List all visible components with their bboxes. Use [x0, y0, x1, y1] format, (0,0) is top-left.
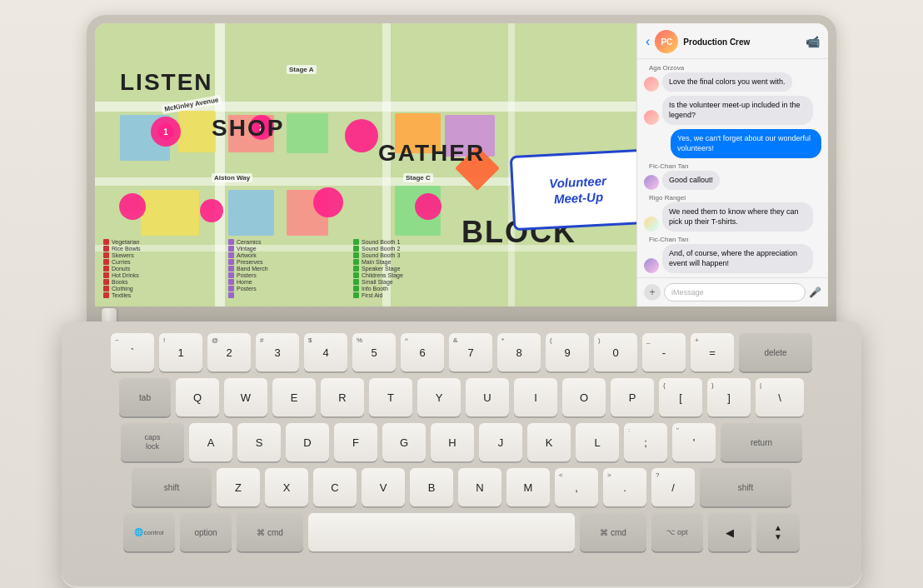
message-bubble: We need them to know where they can pick… — [662, 202, 813, 232]
messages-body: Aga Orzova Love the final colors you wen… — [637, 59, 828, 277]
key-row-asdf: capslock A S D F G H J K L :; "' return — [77, 423, 846, 461]
messages-header: ‹ PC Production Crew 📹 — [637, 23, 828, 59]
key-bracket-close[interactable]: }] — [707, 378, 751, 416]
message-bubble: Is the volunteer meet-up included in the… — [662, 96, 813, 125]
key-2[interactable]: @2 — [207, 333, 251, 371]
svg-rect-8 — [178, 111, 216, 152]
key-arrow-left[interactable]: ◀ — [708, 513, 751, 551]
key-space[interactable] — [308, 513, 575, 551]
key-shift-left[interactable]: shift — [132, 468, 212, 506]
keyboard: ~` !1 @2 #3 $4 %5 ^6 &7 *8 (9 )0 _- += d… — [62, 321, 861, 588]
message-bubble: Good callout! — [662, 171, 720, 190]
key-9[interactable]: (9 — [546, 333, 589, 371]
key-u[interactable]: U — [466, 378, 509, 416]
message-item: Is the volunteer meet-up included in the… — [644, 96, 821, 125]
key-j[interactable]: J — [479, 423, 522, 461]
message-item: Rigo Rangel We need them to know where t… — [644, 194, 821, 232]
key-minus[interactable]: _- — [642, 333, 686, 371]
svg-text:1: 1 — [163, 127, 168, 137]
svg-point-22 — [313, 187, 343, 217]
key-s[interactable]: S — [237, 423, 281, 461]
key-delete[interactable]: delete — [739, 333, 812, 371]
svg-point-21 — [200, 199, 223, 222]
key-d[interactable]: D — [286, 423, 329, 461]
messages-panel: ‹ PC Production Crew 📹 Aga Orzova Love t… — [636, 23, 828, 306]
message-item: Fic-Chan Tan Good callout! — [644, 162, 821, 190]
key-shift-right[interactable]: shift — [700, 468, 791, 506]
key-8[interactable]: *8 — [497, 333, 541, 371]
group-name: Production Crew — [683, 37, 801, 47]
group-avatar: PC — [655, 30, 678, 53]
key-equals[interactable]: += — [691, 333, 734, 371]
map-label-gather: GATHER — [378, 140, 485, 167]
message-bubble-sent: Yes, we can't forget about our wonderful… — [671, 129, 821, 158]
key-t[interactable]: T — [369, 378, 412, 416]
key-v[interactable]: V — [362, 468, 405, 506]
mic-icon[interactable]: 🎤 — [809, 287, 821, 298]
key-7[interactable]: &7 — [449, 333, 492, 371]
key-f[interactable]: F — [334, 423, 377, 461]
key-arrow-up-down[interactable]: ▲▼ — [756, 513, 800, 551]
svg-rect-14 — [228, 190, 274, 236]
key-tilde[interactable]: ~` — [111, 333, 154, 371]
messages-input-bar: + iMessage 🎤 — [637, 277, 828, 306]
key-q[interactable]: Q — [176, 378, 219, 416]
stage-label-a: Stage A — [287, 65, 317, 74]
key-r[interactable]: R — [321, 378, 364, 416]
key-1[interactable]: !1 — [159, 333, 202, 371]
key-a[interactable]: A — [189, 423, 232, 461]
avatar — [644, 110, 659, 125]
key-p[interactable]: P — [611, 378, 654, 416]
key-c[interactable]: C — [313, 468, 357, 506]
key-6[interactable]: ^6 — [401, 333, 444, 371]
key-4[interactable]: $4 — [304, 333, 347, 371]
key-cmd-left[interactable]: ⌘ cmd — [237, 513, 303, 551]
key-tab[interactable]: tab — [119, 378, 171, 416]
key-n[interactable]: N — [458, 468, 501, 506]
key-y[interactable]: Y — [417, 378, 461, 416]
back-icon[interactable]: ‹ — [646, 34, 650, 49]
key-option[interactable]: option — [180, 513, 232, 551]
key-0[interactable]: )0 — [594, 333, 637, 371]
key-m[interactable]: M — [506, 468, 550, 506]
key-e[interactable]: E — [272, 378, 316, 416]
message-item: Aga Orzova Love the final colors you wen… — [644, 64, 821, 92]
message-bubble: And, of course, where the appreciation e… — [662, 244, 813, 273]
key-cmd-right[interactable]: ⌘ cmd — [580, 513, 646, 551]
key-slash[interactable]: ?/ — [651, 468, 695, 506]
key-comma[interactable]: <, — [555, 468, 598, 506]
key-control[interactable]: 🌐control — [123, 513, 175, 551]
avatar — [644, 217, 659, 232]
key-3[interactable]: #3 — [256, 333, 299, 371]
key-bracket-open[interactable]: {[ — [659, 378, 702, 416]
key-period[interactable]: >. — [603, 468, 646, 506]
key-return[interactable]: return — [721, 423, 802, 461]
key-b[interactable]: B — [410, 468, 453, 506]
key-semicolon[interactable]: :; — [624, 423, 667, 461]
key-backslash[interactable]: |\ — [756, 378, 804, 416]
key-opt-right[interactable]: ⌥ opt — [651, 513, 703, 551]
key-row-bottom: 🌐control option ⌘ cmd ⌘ cmd ⌥ opt ◀ ▲▼ — [77, 513, 846, 551]
ipad-screen: 1 2 LISTEN SHOP GATHER BLOCK McKinley Av… — [95, 23, 828, 306]
attach-button[interactable]: + — [644, 284, 661, 301]
key-capslock[interactable]: capslock — [121, 423, 184, 461]
key-k[interactable]: K — [527, 423, 571, 461]
key-g[interactable]: G — [382, 423, 426, 461]
key-row-qwerty: tab Q W E R T Y U I O P {[ }] |\ — [77, 378, 846, 416]
key-i[interactable]: I — [514, 378, 557, 416]
avatar — [644, 258, 659, 273]
key-o[interactable]: O — [562, 378, 606, 416]
video-icon[interactable]: 📹 — [806, 35, 820, 48]
key-5[interactable]: %5 — [352, 333, 396, 371]
key-row-zxcv: shift Z X C V B N M <, >. ?/ shift — [77, 468, 846, 506]
key-quote[interactable]: "' — [672, 423, 716, 461]
message-input[interactable]: iMessage — [664, 283, 806, 301]
key-z[interactable]: Z — [217, 468, 260, 506]
key-h[interactable]: H — [431, 423, 474, 461]
key-w[interactable]: W — [224, 378, 267, 416]
key-l[interactable]: L — [576, 423, 619, 461]
key-x[interactable]: X — [265, 468, 308, 506]
legend: Vegetarian Ceramics Sound Booth 1 Rice B… — [103, 239, 470, 298]
svg-rect-10 — [287, 113, 328, 153]
svg-rect-13 — [141, 190, 199, 236]
